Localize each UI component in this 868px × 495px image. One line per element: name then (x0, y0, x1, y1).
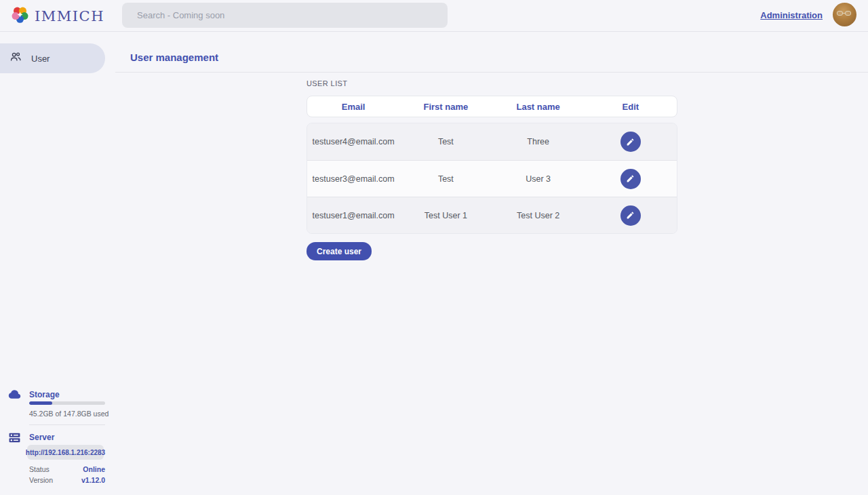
column-header-last-name: Last name (492, 102, 585, 112)
server-status-label: Status (29, 465, 50, 473)
immich-flower-icon (11, 5, 29, 26)
storage-usage-text: 45.2GB of 147.8GB used (29, 410, 108, 418)
storage-progress-fill (29, 401, 52, 405)
search-input[interactable] (122, 3, 448, 28)
edit-user-button[interactable] (620, 169, 641, 189)
cell-first-name: Test (399, 174, 492, 184)
pencil-icon (626, 211, 635, 220)
cell-last-name: User 3 (492, 174, 585, 184)
top-bar: IMMICH Administration (0, 0, 868, 32)
cell-first-name: Test User 1 (399, 211, 492, 220)
sidebar-item-user-label: User (31, 54, 50, 64)
server-version-label: Version (29, 476, 53, 484)
storage-progress-bar (29, 401, 105, 405)
server-version-value: v1.12.0 (81, 476, 105, 484)
user-list-label: USER LIST (307, 79, 347, 87)
users-icon (9, 51, 22, 66)
administration-link[interactable]: Administration (760, 10, 823, 20)
cell-email: testuser3@email.com (307, 174, 399, 184)
pencil-icon (626, 174, 635, 183)
table-row: testuser4@email.com Test Three (307, 123, 677, 160)
edit-user-button[interactable] (620, 132, 641, 152)
server-icon (8, 431, 21, 447)
app-wordmark: IMMICH (35, 8, 104, 24)
cell-first-name: Test (399, 137, 492, 146)
column-header-first-name: First name (399, 102, 492, 112)
cell-last-name: Three (492, 137, 585, 146)
user-table-header: Email First name Last name Edit (307, 96, 677, 117)
user-avatar[interactable] (833, 3, 856, 26)
server-title: Server (29, 433, 54, 442)
pencil-icon (626, 138, 635, 146)
table-row: testuser1@email.com Test User 1 Test Use… (307, 197, 677, 233)
create-user-button[interactable]: Create user (307, 242, 372, 260)
server-status-value: Online (83, 465, 105, 473)
column-header-email: Email (307, 102, 399, 112)
app-logo[interactable]: IMMICH (11, 5, 104, 26)
cloud-icon (8, 388, 21, 403)
edit-user-button[interactable] (620, 205, 641, 226)
cell-email: testuser1@email.com (307, 211, 399, 220)
server-version-row: Version v1.12.0 (29, 476, 105, 484)
title-divider (115, 72, 868, 73)
column-header-edit: Edit (585, 102, 677, 112)
avatar-glasses-decoration (837, 11, 851, 16)
server-url-badge: http://192.168.1.216:2283 (27, 445, 104, 460)
user-table: testuser4@email.com Test Three testuser3… (307, 123, 677, 234)
page-title: User management (130, 52, 218, 63)
sidebar-divider (29, 424, 105, 425)
cell-email: testuser4@email.com (307, 137, 399, 146)
server-status-row: Status Online (29, 465, 105, 473)
table-row: testuser3@email.com Test User 3 (307, 160, 677, 197)
storage-title: Storage (29, 390, 60, 399)
sidebar-item-user[interactable]: User (0, 43, 105, 73)
cell-last-name: Test User 2 (492, 211, 585, 220)
